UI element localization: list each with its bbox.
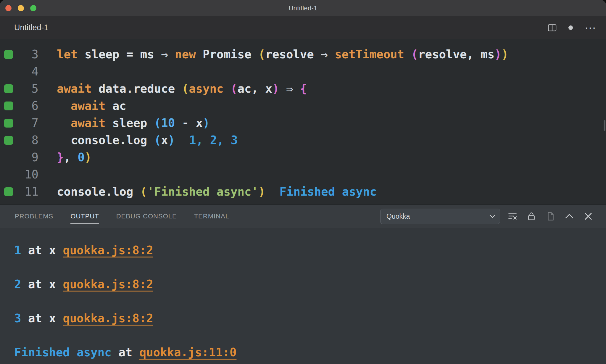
code-line[interactable]: 9}, 0): [0, 149, 606, 166]
output-file-icon[interactable]: [545, 211, 556, 222]
split-editor-icon[interactable]: [548, 24, 557, 32]
line-number: 10: [0, 166, 38, 183]
chevron-down-icon: [485, 211, 500, 221]
code-editor[interactable]: 3let sleep = ms ⇒ new Promise (resolve ⇒…: [0, 39, 606, 204]
vscode-window: Untitled-1 Untitled-1 ⋯ 3let sleep = ms …: [0, 0, 606, 364]
line-number: 4: [0, 63, 38, 80]
panel-tabs: PROBLEMSOUTPUTDEBUG CONSOLETERMINAL: [15, 212, 246, 220]
code-lines: 3let sleep = ms ⇒ new Promise (resolve ⇒…: [0, 46, 606, 200]
more-actions-icon[interactable]: ⋯: [585, 23, 596, 32]
code-text: await data.reduce (async (ac, x) ⇒ {: [57, 80, 307, 97]
panel-tab-terminal[interactable]: TERMINAL: [194, 212, 229, 220]
zoom-window-button[interactable]: [30, 5, 36, 11]
output-text: at: [112, 346, 139, 359]
code-text: }, 0): [57, 149, 91, 166]
panel-tab-debug-console[interactable]: DEBUG CONSOLE: [116, 212, 177, 220]
output-text: 2: [14, 278, 21, 291]
output-text: at x: [21, 244, 63, 257]
panel-actions: [507, 211, 594, 222]
quokka-inline-value: Finished async: [279, 185, 377, 198]
code-text: await sleep (10 - x): [57, 115, 210, 132]
code-line[interactable]: 10: [0, 166, 606, 183]
line-number: 8: [0, 132, 38, 149]
panel-header: PROBLEMSOUTPUTDEBUG CONSOLETERMINAL Quok…: [0, 205, 606, 228]
code-text: console.log (x)1, 2, 3: [57, 132, 238, 149]
modified-indicator-icon[interactable]: [568, 25, 573, 30]
code-line[interactable]: 11console.log ('Finished async')Finished…: [0, 183, 606, 200]
traffic-lights: [5, 0, 36, 16]
minimize-window-button[interactable]: [18, 5, 24, 11]
code-line[interactable]: 8 console.log (x)1, 2, 3: [0, 132, 606, 149]
output-source-link[interactable]: quokka.js:11:0: [139, 346, 237, 359]
output-text: at x: [21, 312, 63, 325]
output-console[interactable]: 1 at x quokka.js:8:22 at x quokka.js:8:2…: [0, 228, 606, 364]
panel-tab-problems[interactable]: PROBLEMS: [15, 212, 53, 220]
output-text: 3: [14, 312, 21, 325]
close-window-button[interactable]: [5, 5, 12, 11]
code-line[interactable]: 6 await ac: [0, 97, 606, 115]
code-line[interactable]: 5await data.reduce (async (ac, x) ⇒ {: [0, 80, 606, 97]
output-source-link[interactable]: quokka.js:8:2: [63, 244, 153, 257]
output-source-link[interactable]: quokka.js:8:2: [63, 278, 153, 291]
output-channel-select[interactable]: Quokka: [380, 209, 500, 224]
code-text: await ac: [57, 97, 126, 115]
output-line: 2 at x quokka.js:8:2: [14, 275, 606, 294]
code-line[interactable]: 3let sleep = ms ⇒ new Promise (resolve ⇒…: [0, 46, 606, 63]
line-number: 11: [0, 183, 38, 200]
output-channel-value: Quokka: [381, 212, 485, 220]
line-number: 9: [0, 149, 38, 166]
output-text: Finished async: [14, 346, 112, 359]
quokka-inline-value: 1, 2, 3: [189, 133, 238, 147]
output-text: 1: [14, 244, 21, 257]
editor-scrollbar[interactable]: [604, 120, 605, 131]
panel-tab-output[interactable]: OUTPUT: [70, 212, 99, 220]
output-line: 1 at x quokka.js:8:2: [14, 241, 606, 260]
line-number: 5: [0, 80, 38, 97]
code-text: let sleep = ms ⇒ new Promise (resolve ⇒ …: [57, 46, 508, 63]
window-title: Untitled-1: [289, 4, 317, 12]
line-number: 6: [0, 97, 38, 115]
code-text: console.log ('Finished async')Finished a…: [57, 183, 377, 200]
editor-actions: ⋯: [548, 16, 596, 39]
editor-header: Untitled-1 ⋯: [0, 16, 606, 39]
output-source-link[interactable]: quokka.js:8:2: [63, 312, 153, 325]
editor-tab-title[interactable]: Untitled-1: [0, 23, 49, 32]
line-number: 7: [0, 115, 38, 132]
chevron-up-icon[interactable]: [564, 211, 575, 222]
output-text: at x: [21, 278, 63, 291]
code-line[interactable]: 4: [0, 63, 606, 80]
lock-icon[interactable]: [526, 211, 537, 222]
output-line: 3 at x quokka.js:8:2: [14, 309, 606, 328]
output-line: Finished async at quokka.js:11:0: [14, 343, 606, 362]
close-panel-icon[interactable]: [583, 211, 594, 222]
bottom-panel: PROBLEMSOUTPUTDEBUG CONSOLETERMINAL Quok…: [0, 204, 606, 364]
titlebar: Untitled-1: [0, 0, 606, 16]
clear-output-icon[interactable]: [507, 211, 518, 222]
line-number: 3: [0, 46, 38, 63]
output-lines: 1 at x quokka.js:8:22 at x quokka.js:8:2…: [14, 241, 606, 362]
code-line[interactable]: 7 await sleep (10 - x): [0, 115, 606, 132]
